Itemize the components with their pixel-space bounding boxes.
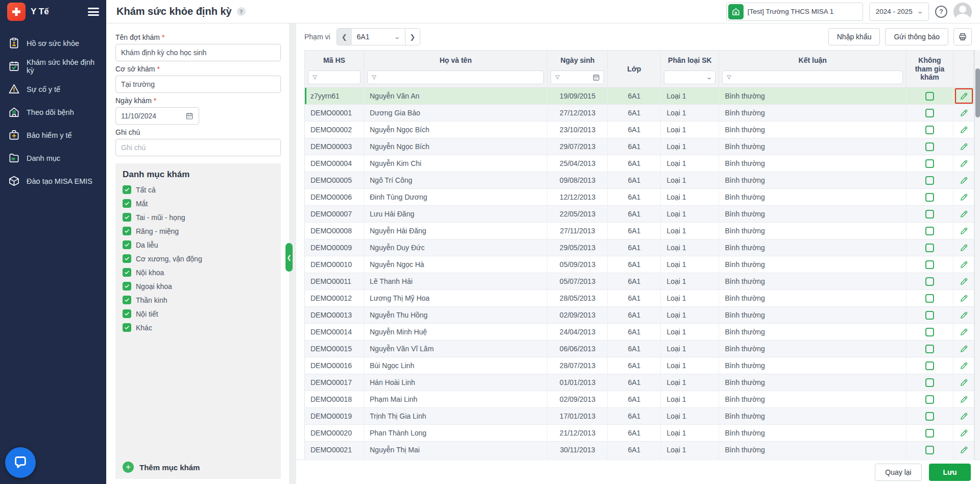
exam-category-checkbox-item[interactable]: Khác (123, 321, 274, 334)
note-input[interactable]: Ghi chú (115, 139, 281, 156)
checkbox-checked-icon[interactable] (123, 268, 131, 277)
table-row[interactable]: DEMO00003 Nguyễn Ngọc Bích 29/07/2013 6A… (305, 138, 974, 155)
not-participating-checkbox[interactable] (925, 210, 934, 219)
not-participating-checkbox[interactable] (925, 126, 934, 134)
table-row[interactable]: DEMO00005 Ngô Trí Công 09/08/2013 6A1 Lo… (305, 172, 974, 189)
edit-pencil-icon[interactable] (960, 412, 968, 421)
not-participating-checkbox[interactable] (925, 429, 934, 438)
checkbox-checked-icon[interactable] (123, 185, 131, 194)
not-participating-checkbox[interactable] (925, 446, 934, 454)
edit-pencil-icon[interactable] (960, 277, 968, 286)
edit-pencil-icon[interactable] (960, 361, 968, 370)
exam-category-checkbox-item[interactable]: Nội tiết (123, 307, 274, 321)
not-participating-checkbox[interactable] (925, 361, 934, 370)
not-participating-checkbox[interactable] (925, 294, 934, 303)
edit-pencil-icon[interactable] (960, 429, 968, 438)
edit-pencil-icon[interactable] (960, 328, 968, 336)
sidebar-item-6[interactable]: Danh mục (0, 147, 106, 170)
school-selector[interactable]: [Test] Trường THCS MISA 1 (726, 3, 863, 21)
sidebar-item-1[interactable]: Hồ sơ sức khỏe (0, 32, 106, 55)
not-participating-checkbox[interactable] (925, 244, 934, 252)
user-avatar[interactable] (953, 3, 972, 21)
not-participating-checkbox[interactable] (925, 92, 934, 101)
checkbox-checked-icon[interactable] (123, 282, 131, 291)
import-button[interactable]: Nhập khẩu (828, 28, 880, 45)
checkbox-checked-icon[interactable] (123, 309, 131, 318)
filter-health-type[interactable]: ⌄ (661, 70, 719, 87)
print-button[interactable] (953, 28, 972, 45)
checkbox-checked-icon[interactable] (123, 240, 131, 249)
table-row[interactable]: DEMO00014 Nguyễn Minh Huệ 24/04/2013 6A1… (305, 324, 974, 341)
exam-category-checkbox-item[interactable]: Tai - mũi - họng (123, 210, 274, 224)
not-participating-checkbox[interactable] (925, 109, 934, 117)
scrollbar-thumb[interactable] (975, 68, 980, 117)
exam-category-checkbox-item[interactable]: Da liễu (123, 238, 274, 252)
table-row[interactable]: DEMO00007 Lưu Hải Đăng 22/05/2013 6A1 Lo… (305, 206, 974, 223)
checkbox-checked-icon[interactable] (123, 199, 131, 208)
edit-pencil-icon[interactable] (960, 294, 968, 303)
table-row[interactable]: DEMO00021 Nguyễn Thị Mai 30/11/2013 6A1 … (305, 442, 974, 458)
edit-pencil-icon[interactable] (960, 378, 968, 387)
class-dropdown[interactable]: 6A1 ⌄ (352, 29, 405, 45)
add-exam-category-button[interactable]: + Thêm mục khám (123, 456, 274, 473)
edit-pencil-icon[interactable] (960, 210, 968, 219)
hamburger-menu-icon[interactable] (88, 8, 99, 16)
table-row[interactable]: DEMO00011 Lê Thanh Hải 05/07/2013 6A1 Lo… (305, 273, 974, 290)
not-participating-checkbox[interactable] (925, 260, 934, 269)
sidebar-item-3[interactable]: Sự cố y tế (0, 78, 106, 101)
edit-pencil-icon[interactable] (960, 142, 968, 151)
school-year-dropdown[interactable]: 2024 - 2025 ⌄ (869, 3, 929, 21)
table-row[interactable]: DEMO00018 Phạm Mai Linh 02/09/2013 6A1 L… (305, 391, 974, 408)
exam-category-checkbox-item[interactable]: Ngoại khoa (123, 279, 274, 293)
column-header-not-participating[interactable]: Không tham gia khám (906, 51, 953, 87)
filter-id[interactable] (305, 70, 364, 87)
table-row[interactable]: DEMO00010 Nguyễn Ngọc Hà 05/09/2013 6A1 … (305, 256, 974, 273)
title-help-icon[interactable]: ? (237, 7, 246, 16)
sidebar-item-2[interactable]: Khám sức khỏe định kỳ (0, 55, 106, 78)
exam-category-checkbox-item[interactable]: Mắt (123, 197, 274, 210)
not-participating-checkbox[interactable] (925, 142, 934, 151)
table-row[interactable]: DEMO00016 Bùi Ngọc Linh 28/07/2013 6A1 L… (305, 357, 974, 374)
collapse-panel-handle[interactable]: ❮ (285, 243, 293, 272)
edit-pencil-icon[interactable] (960, 395, 968, 404)
save-button[interactable]: Lưu (929, 464, 971, 481)
column-header-name[interactable]: Họ và tên (364, 51, 547, 70)
not-participating-checkbox[interactable] (925, 277, 934, 286)
edit-pencil-icon[interactable] (960, 193, 968, 202)
table-row[interactable]: DEMO00017 Hán Hoài Linh 01/01/2013 6A1 L… (305, 374, 974, 391)
table-row[interactable]: DEMO00002 Nguyễn Ngọc Bích 23/10/2013 6A… (305, 122, 974, 138)
edit-pencil-icon[interactable] (960, 260, 968, 269)
checkbox-checked-icon[interactable] (123, 254, 131, 263)
filter-dob[interactable] (547, 70, 608, 87)
chat-support-button[interactable] (5, 447, 36, 478)
not-participating-checkbox[interactable] (925, 176, 934, 185)
checkbox-checked-icon[interactable] (123, 323, 131, 332)
facility-input[interactable]: Tại trường (115, 76, 281, 93)
edit-pencil-icon[interactable] (960, 227, 968, 235)
edit-pencil-icon[interactable] (960, 126, 968, 134)
edit-pencil-icon[interactable] (960, 159, 968, 168)
exam-name-input[interactable]: Khám định kỳ cho học sinh (115, 44, 281, 61)
not-participating-checkbox[interactable] (925, 378, 934, 387)
not-participating-checkbox[interactable] (925, 345, 934, 353)
column-header-dob[interactable]: Ngày sinh (547, 51, 608, 70)
table-row[interactable]: DEMO00019 Trịnh Thị Gia Linh 17/01/2013 … (305, 408, 974, 425)
filter-name[interactable] (364, 70, 547, 87)
not-participating-checkbox[interactable] (925, 328, 934, 336)
exam-category-checkbox-item[interactable]: Tất cả (123, 183, 274, 197)
edit-pencil-icon[interactable] (960, 244, 968, 252)
exam-date-input[interactable]: 11/10/2024 (115, 107, 199, 125)
next-class-button[interactable]: ❯ (405, 29, 420, 45)
column-header-health-type[interactable]: Phân loại SK (661, 51, 719, 70)
sidebar-item-5[interactable]: Bảo hiểm y tế (0, 124, 106, 147)
exam-category-checkbox-item[interactable]: Nội khoa (123, 265, 274, 279)
not-participating-checkbox[interactable] (925, 193, 934, 202)
previous-class-button[interactable]: ❮ (337, 29, 352, 45)
not-participating-checkbox[interactable] (925, 412, 934, 421)
table-row[interactable]: DEMO00020 Phan Thành Long 21/12/2013 6A1… (305, 425, 974, 442)
table-row[interactable]: DEMO00004 Nguyễn Kim Chi 25/04/2013 6A1 … (305, 155, 974, 172)
edit-pencil-icon[interactable] (960, 176, 968, 185)
table-row[interactable]: DEMO00001 Dương Gia Bảo 27/12/2013 6A1 L… (305, 105, 974, 122)
checkbox-checked-icon[interactable] (123, 227, 131, 235)
edit-pencil-icon[interactable] (960, 345, 968, 353)
